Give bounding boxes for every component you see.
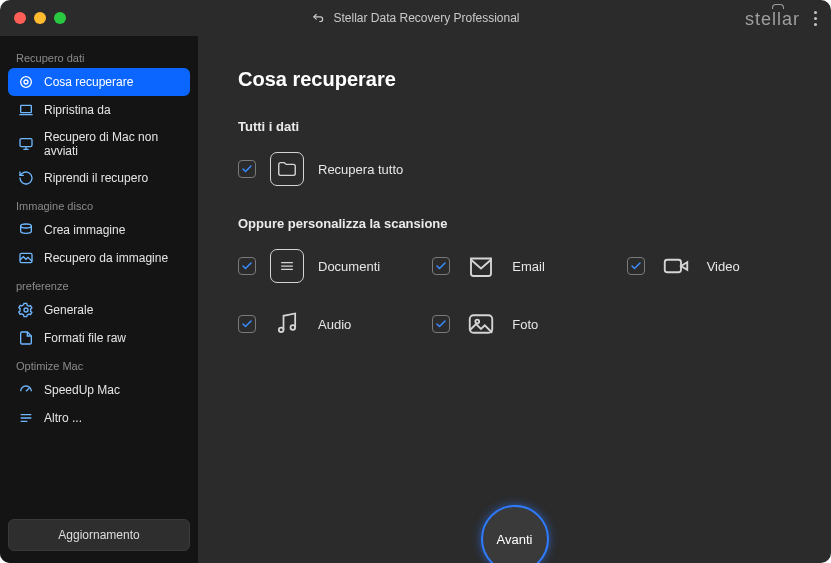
option-label: Recupera tutto [318,162,403,177]
option-recover-all[interactable]: Recupera tutto [238,152,403,186]
section-customize: Oppure personalizza la scansione [238,216,791,231]
list-icon [18,410,34,426]
app-title: Stellar Data Recovery Professional [333,11,519,25]
sidebar-item-label: Ripristina da [44,103,111,117]
file-icon [18,330,34,346]
checkbox-email[interactable] [432,257,450,275]
next-button[interactable]: Avanti [481,505,549,563]
svg-point-8 [279,328,284,333]
image-icon [18,250,34,266]
window-controls [14,12,66,24]
checkbox-documents[interactable] [238,257,256,275]
sidebar-item-label: Recupero da immagine [44,251,168,265]
option-photo[interactable]: Foto [432,307,596,341]
main-content: Cosa recuperare Tutti i dati Recupera tu… [198,36,831,563]
page-title: Cosa recuperare [238,68,791,91]
document-icon [270,249,304,283]
sidebar-item-label: Crea immagine [44,223,125,237]
option-documents[interactable]: Documenti [238,249,402,283]
sidebar-item-label: Altro ... [44,411,82,425]
section-all-data: Tutti i dati [238,119,791,134]
checkbox-recover-all[interactable] [238,160,256,178]
svg-point-1 [24,80,28,84]
svg-rect-3 [20,139,32,147]
audio-icon [270,307,304,341]
option-label: Documenti [318,259,380,274]
option-video[interactable]: Video [627,249,791,283]
close-window-button[interactable] [14,12,26,24]
svg-point-9 [291,325,296,330]
sidebar-item-label: Riprendi il recupero [44,171,148,185]
more-menu-button[interactable] [814,11,817,26]
app-window: Stellar Data Recovery Professional stell… [0,0,831,563]
sidebar-group-label: Recupero dati [8,44,190,68]
sidebar-item-label: Generale [44,303,93,317]
maximize-window-button[interactable] [54,12,66,24]
option-email[interactable]: Email [432,249,596,283]
gear-icon [18,302,34,318]
sidebar-item-label: Recupero di Mac non avviati [44,130,180,158]
option-label: Foto [512,317,538,332]
sidebar-group-label: Immagine disco [8,192,190,216]
sidebar-item-create-image[interactable]: Crea immagine [8,216,190,244]
sidebar-item-resume-recovery[interactable]: Riprendi il recupero [8,164,190,192]
laptop-icon [18,102,34,118]
email-icon [464,249,498,283]
title-center: Stellar Data Recovery Professional [0,11,831,25]
checkbox-audio[interactable] [238,315,256,333]
refresh-icon [18,170,34,186]
option-label: Email [512,259,545,274]
sidebar-item-label: Cosa recuperare [44,75,133,89]
back-arrow-icon [311,11,325,25]
disk-plus-icon [18,222,34,238]
option-label: Video [707,259,740,274]
sidebar-group-label: Optimize Mac [8,352,190,376]
photo-icon [464,307,498,341]
sidebar: Recupero dati Cosa recuperare Ripristina… [0,36,198,563]
update-button[interactable]: Aggiornamento [8,519,190,551]
svg-point-0 [21,77,32,88]
target-icon [18,74,34,90]
sidebar-item-general[interactable]: Generale [8,296,190,324]
sidebar-item-speedup-mac[interactable]: SpeedUp Mac [8,376,190,404]
titlebar: Stellar Data Recovery Professional stell… [0,0,831,36]
sidebar-item-more[interactable]: Altro ... [8,404,190,432]
svg-rect-2 [21,105,32,112]
speedometer-icon [18,382,34,398]
video-icon [659,249,693,283]
sidebar-item-label: Formati file raw [44,331,126,345]
sidebar-item-restore-from[interactable]: Ripristina da [8,96,190,124]
folder-icon [270,152,304,186]
minimize-window-button[interactable] [34,12,46,24]
sidebar-item-what-to-recover[interactable]: Cosa recuperare [8,68,190,96]
sidebar-item-unbootable-mac[interactable]: Recupero di Mac non avviati [8,124,190,164]
svg-point-6 [24,308,28,312]
checkbox-video[interactable] [627,257,645,275]
svg-point-4 [21,224,32,228]
option-label: Audio [318,317,351,332]
monitor-icon [18,136,34,152]
sidebar-item-label: SpeedUp Mac [44,383,120,397]
next-button-label: Avanti [497,532,533,547]
sidebar-item-raw-formats[interactable]: Formati file raw [8,324,190,352]
svg-rect-7 [664,260,680,273]
sidebar-item-recover-from-image[interactable]: Recupero da immagine [8,244,190,272]
sidebar-group-label: preferenze [8,272,190,296]
checkbox-photo[interactable] [432,315,450,333]
brand-logo: stellar [745,6,800,30]
option-audio[interactable]: Audio [238,307,402,341]
